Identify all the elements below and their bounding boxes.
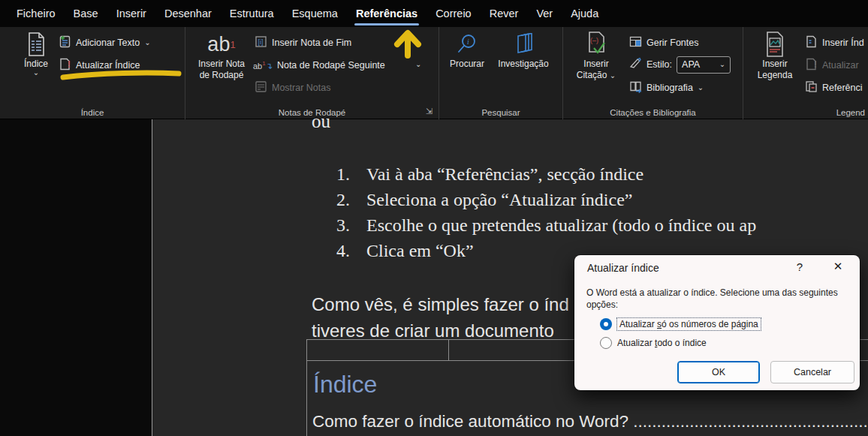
radio-update-page-numbers[interactable]: Atualizar só os números de página [600, 318, 761, 330]
radio-label-page-numbers: Atualizar só os números de página [617, 318, 761, 330]
update-index-dialog: Atualizar índice ? ✕ O Word está a atual… [574, 255, 860, 390]
doc-paragraph-line-1: Como vês, é simples fazer o índ [312, 294, 569, 315]
table-cell-divider [448, 339, 449, 360]
toc-heading: Índice [313, 371, 377, 398]
dialog-message: O Word está a atualizar o índice. Seleci… [586, 287, 838, 311]
cancel-button[interactable]: Cancelar [770, 361, 854, 383]
close-icon[interactable]: ✕ [830, 260, 846, 273]
radio-update-entire-index[interactable]: Atualizar todo o índice [600, 337, 707, 349]
doc-step-2: 2.Seleciona a opção “Atualizar índice” [336, 190, 632, 210]
word-window: Ficheiro Base Inserir Desenhar Estrutura… [0, 0, 868, 436]
radio-unselected-icon [600, 337, 612, 349]
radio-label-entire-index: Atualizar todo o índice [617, 338, 707, 348]
doc-step-3: 3.Escolhe o que pretendes atualizar (tod… [336, 215, 756, 236]
ok-button[interactable]: OK [677, 361, 760, 383]
toc-dot-leader: ........................................… [633, 412, 868, 431]
dialog-title: Atualizar índice [587, 262, 659, 274]
doc-paragraph-line-2: tiveres de criar um documento [312, 320, 554, 341]
doc-step-1: 1.Vai à aba “Referências”, secção índice [336, 164, 643, 185]
doc-partial-word: ou [312, 111, 330, 132]
doc-step-4: 4.Clica em “Ok” [336, 241, 474, 261]
help-icon[interactable]: ? [792, 260, 807, 273]
table-border-left [306, 339, 307, 436]
radio-selected-icon [600, 318, 612, 330]
toc-entry[interactable]: Como fazer o índice automático no Word? … [312, 412, 868, 431]
